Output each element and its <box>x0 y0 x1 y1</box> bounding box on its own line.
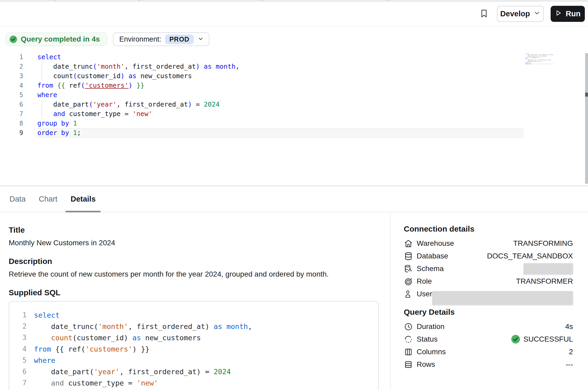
environment-label: Environment: <box>119 35 161 43</box>
detail-value: SUCCESSFUL <box>511 334 573 344</box>
code-line-text: group by 1 <box>37 119 524 128</box>
tab-strip-divider <box>139 0 139 1</box>
line-number: 2 <box>0 62 37 71</box>
code-line-text: count(customer_id) as new_customers <box>37 71 524 81</box>
code-line-text: from {{ ref('customers') }} <box>34 343 150 355</box>
status-spinner-icon <box>404 335 413 344</box>
develop-dropdown-button[interactable]: Develop <box>497 6 544 22</box>
detail-label: Role <box>417 277 432 286</box>
warehouse-icon <box>404 239 413 248</box>
indent-guide <box>42 100 42 119</box>
play-icon <box>555 9 562 18</box>
line-number: 1 <box>0 52 37 62</box>
app-root: Develop Run Query completed in 4s Enviro… <box>0 0 588 390</box>
code-line: 1select <box>9 309 378 321</box>
tab-data[interactable]: Data <box>4 186 31 212</box>
line-number: 8 <box>0 119 37 128</box>
line-number: 3 <box>9 332 34 343</box>
line-number: 7 <box>9 377 34 389</box>
detail-label: Schema <box>417 264 444 273</box>
detail-label: Rows <box>417 360 435 369</box>
code-line[interactable]: 9order by 1; <box>0 128 524 138</box>
detail-label: Database <box>417 252 448 260</box>
detail-label: User <box>417 290 432 298</box>
code-line-text: select <box>34 309 60 321</box>
clock-icon <box>404 322 413 331</box>
code-line[interactable]: 7 and customer_type = 'new' <box>0 109 524 119</box>
tab-chart[interactable]: Chart <box>34 186 62 212</box>
detail-row-rows: Rows--- <box>404 358 573 371</box>
code-line-text: date_trunc('month', first_ordered_at) as… <box>34 321 252 332</box>
tab-details[interactable]: Details <box>66 186 101 212</box>
detail-row-role: RoleTRANSFORMER <box>404 275 573 288</box>
detail-value: 4s <box>565 322 573 331</box>
detail-value: DOCS_TEAM_SANDBOX <box>487 252 573 260</box>
detail-value: TRANSFORMER <box>516 277 573 286</box>
detail-value: 2 <box>569 348 573 356</box>
query-details-list: Duration4sStatusSUCCESSFULColumns2Rows--… <box>404 320 573 371</box>
code-line: 8group by 1 <box>9 389 378 390</box>
rows-icon <box>404 360 413 369</box>
code-line[interactable]: 8group by 1 <box>0 119 524 128</box>
supplied-sql-block: 1select2 date_trunc('month', first_order… <box>9 301 379 390</box>
code-line-text: and customer_type = 'new' <box>34 377 158 389</box>
detail-row-columns: Columns2 <box>404 346 573 358</box>
indent-guide <box>42 62 42 81</box>
code-line-text: order by 1; <box>37 128 524 138</box>
detail-row-database: DatabaseDOCS_TEAM_SANDBOX <box>404 250 573 262</box>
line-number: 4 <box>0 81 37 90</box>
description-heading: Description <box>9 257 379 266</box>
query-status-pill: Query completed in 4s <box>6 32 107 46</box>
detail-row-user: User <box>404 288 573 300</box>
editor-scrollbar[interactable] <box>585 53 588 184</box>
detail-label: Duration <box>417 322 445 331</box>
code-line: 7 and customer_type = 'new' <box>9 377 378 389</box>
connection-details-list: WarehouseTRANSFORMINGDatabaseDOCS_TEAM_S… <box>404 237 573 300</box>
sql-editor[interactable]: 1select2 date_trunc('month', first_order… <box>0 49 588 186</box>
code-line-text: and customer_type = 'new' <box>37 109 524 119</box>
code-line[interactable]: 2 date_trunc('month', first_ordered_at) … <box>0 62 524 71</box>
code-line[interactable]: 6 date_part('year', first_ordered_at) = … <box>0 100 524 109</box>
details-sidebar: Connection details WarehouseTRANSFORMING… <box>390 212 588 390</box>
tab-strip-divider <box>388 0 389 1</box>
code-line[interactable]: 3 count(customer_id) as new_customers <box>0 71 524 81</box>
code-line[interactable]: 4from {{ ref('customers') }} <box>0 81 524 90</box>
role-icon <box>404 277 413 286</box>
editor-code-lines: 1select2 date_trunc('month', first_order… <box>0 52 524 138</box>
environment-value-badge: PROD <box>165 34 193 44</box>
code-line: 9order by 1; <box>525 63 555 64</box>
redacted-value <box>524 263 573 274</box>
line-number: 6 <box>9 366 34 377</box>
code-line-text: where <box>37 90 524 100</box>
code-line: 5where <box>9 355 378 366</box>
connection-details-heading: Connection details <box>404 224 573 233</box>
line-number: 6 <box>0 100 37 109</box>
environment-selector[interactable]: Environment: PROD <box>113 32 209 46</box>
run-button[interactable]: Run <box>551 6 585 22</box>
code-line-text: from {{ ref('customers') }} <box>37 81 524 90</box>
line-number: 2 <box>9 321 34 332</box>
code-line-text: select <box>37 52 524 62</box>
code-line-text: group by 1 <box>34 389 77 390</box>
line-number: 3 <box>0 71 37 81</box>
success-check-icon <box>9 35 17 43</box>
results-tab-bar: DataChartDetails <box>0 186 588 212</box>
line-number: 7 <box>0 109 37 119</box>
database-icon <box>404 252 413 261</box>
scrollbar-cursor-mark <box>585 93 588 97</box>
editor-minimap[interactable]: 1select2 date_trunc('month', first_order… <box>525 53 555 75</box>
detail-value: --- <box>566 360 573 369</box>
line-number: 5 <box>9 355 34 366</box>
code-line[interactable]: 5where <box>0 90 524 100</box>
query-details-heading: Query Details <box>404 308 573 317</box>
code-line-text: count(customer_id) as new_customers <box>34 332 201 343</box>
detail-row-duration: Duration4s <box>404 320 573 333</box>
toolbar: Develop Run <box>0 2 588 27</box>
code-line[interactable]: 1select <box>0 52 524 62</box>
code-line: 2 date_trunc('month', first_ordered_at) … <box>9 321 378 332</box>
detail-label: Columns <box>417 348 446 356</box>
bookmark-button[interactable] <box>478 8 490 20</box>
details-content: Title Monthly New Customers in 2024 Desc… <box>0 212 390 390</box>
chevron-down-icon <box>534 9 540 18</box>
description-value: Retrieve the count of new customers per … <box>9 270 379 279</box>
